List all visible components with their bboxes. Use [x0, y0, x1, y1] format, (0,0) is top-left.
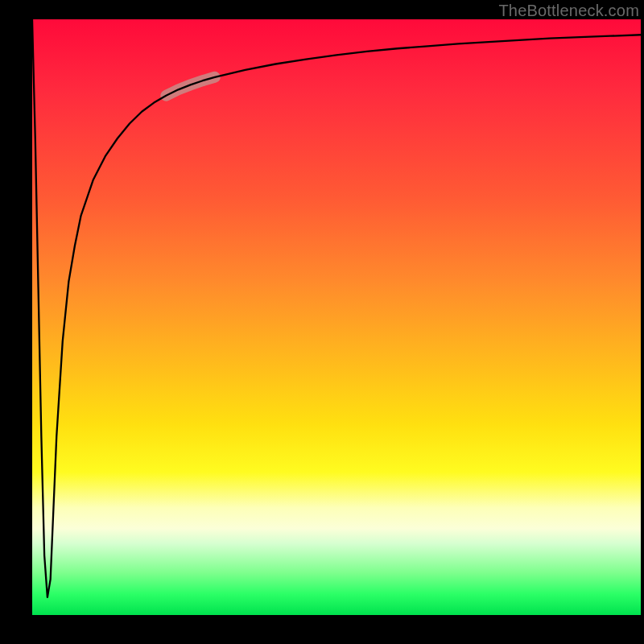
bottleneck-curve: [32, 19, 641, 597]
watermark-text: TheBottleneck.com: [498, 2, 639, 20]
curve-svg: [32, 19, 641, 615]
chart-stage: TheBottleneck.com: [0, 0, 644, 644]
plot-area: [32, 19, 641, 615]
